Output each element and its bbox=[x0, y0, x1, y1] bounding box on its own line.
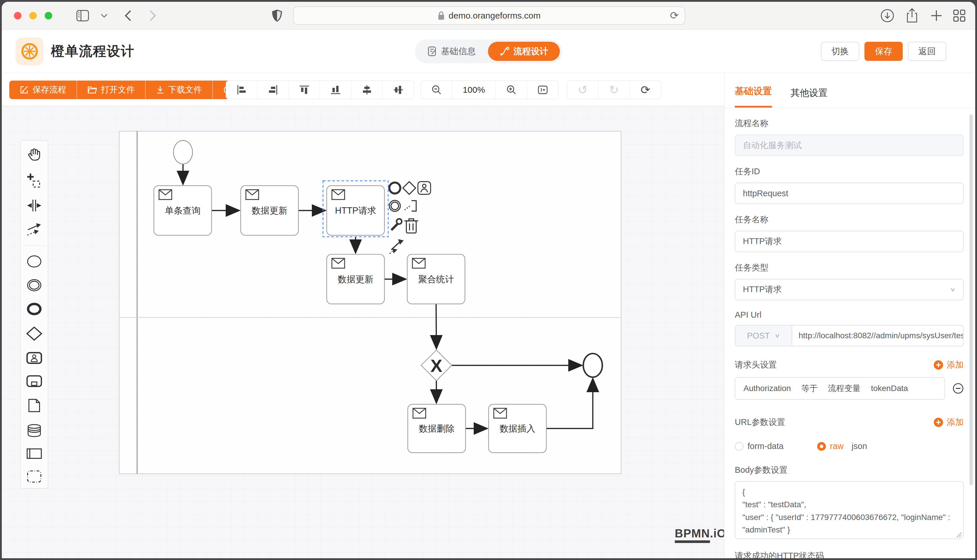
tab-process-design[interactable]: 流程设计 bbox=[488, 42, 560, 61]
share-icon[interactable] bbox=[906, 2, 919, 30]
back-button-app[interactable]: 返回 bbox=[908, 42, 946, 61]
chevron-down-icon[interactable] bbox=[100, 2, 108, 30]
folder-icon bbox=[88, 86, 97, 94]
global-connect-tool-icon[interactable] bbox=[27, 223, 42, 236]
panel-scrollbar[interactable] bbox=[969, 114, 973, 485]
create-intermediate-event-icon[interactable] bbox=[27, 279, 42, 292]
task-data-update-1[interactable]: 数据更新 bbox=[241, 186, 299, 235]
task-http-request[interactable]: HTTP请求 bbox=[327, 186, 384, 235]
app-logo bbox=[16, 37, 43, 65]
zoom-in-button[interactable] bbox=[496, 81, 527, 99]
align-bottom-button[interactable] bbox=[320, 81, 351, 99]
back-button[interactable] bbox=[124, 2, 132, 30]
space-tool-icon[interactable] bbox=[27, 199, 42, 212]
reset-button[interactable]: ⟳ bbox=[630, 81, 661, 99]
tab-other-settings[interactable]: 其他设置 bbox=[790, 87, 828, 108]
svg-text:数据更新: 数据更新 bbox=[252, 205, 287, 216]
add-url-param-button[interactable]: 添加 bbox=[934, 417, 964, 428]
create-start-event-icon[interactable] bbox=[27, 255, 42, 268]
task-name-input[interactable] bbox=[735, 231, 964, 252]
header-param-box[interactable]: Authorization 等于 流程变量 tokenData bbox=[735, 377, 945, 400]
new-tab-icon[interactable] bbox=[930, 2, 943, 30]
align-center-horizontal-button[interactable] bbox=[351, 81, 382, 99]
task-data-delete[interactable]: 数据删除 bbox=[408, 404, 466, 453]
undo-button[interactable]: ↺ bbox=[567, 81, 598, 99]
minimize-window-button[interactable] bbox=[29, 12, 37, 19]
add-header-button[interactable]: 添加 bbox=[934, 359, 964, 371]
page-title: 橙单流程设计 bbox=[51, 30, 135, 73]
svg-text:数据插入: 数据插入 bbox=[499, 423, 535, 433]
create-user-task-icon[interactable] bbox=[26, 352, 42, 364]
redo-button[interactable]: ↻ bbox=[598, 81, 630, 99]
create-subprocess-icon[interactable] bbox=[26, 375, 42, 387]
task-data-update-2[interactable]: 数据更新 bbox=[327, 254, 384, 304]
save-button[interactable]: 保存 bbox=[865, 42, 903, 61]
task-type-select[interactable]: HTTP请求 ∨ bbox=[735, 279, 964, 300]
bpmn-io-watermark[interactable]: BPMN.iO bbox=[675, 527, 724, 543]
align-right-button[interactable] bbox=[257, 81, 289, 99]
flow-task5-gateway[interactable] bbox=[436, 304, 436, 348]
bpmn-canvas[interactable]: 单条查询 数据更新 HTTP请求 bbox=[2, 106, 724, 558]
tab-basic-settings[interactable]: 基础设置 bbox=[735, 85, 772, 108]
open-file-button[interactable]: 打开文件 bbox=[77, 81, 145, 99]
process-name-input[interactable] bbox=[735, 135, 964, 156]
save-flow-button[interactable]: 保存流程 bbox=[9, 81, 77, 99]
tab-overview-icon[interactable] bbox=[953, 2, 966, 30]
radio-form-data[interactable] bbox=[735, 442, 743, 451]
task-data-insert[interactable]: 数据插入 bbox=[489, 404, 546, 453]
create-group-icon[interactable] bbox=[27, 470, 42, 483]
task-type-value: HTTP请求 bbox=[743, 284, 782, 295]
hand-tool-icon[interactable] bbox=[27, 147, 42, 162]
downloads-icon[interactable] bbox=[880, 2, 895, 30]
end-event[interactable] bbox=[583, 353, 603, 377]
align-top-button[interactable] bbox=[289, 81, 320, 99]
api-url-label: API Url bbox=[735, 310, 964, 320]
create-end-event-icon[interactable] bbox=[27, 303, 42, 315]
task-name-label: 任务名称 bbox=[735, 214, 964, 225]
download-file-button[interactable]: 下载文件 bbox=[145, 81, 213, 99]
switch-button[interactable]: 切换 bbox=[821, 42, 859, 61]
svg-text:BPMN.iO: BPMN.iO bbox=[675, 527, 724, 540]
align-left-button[interactable] bbox=[226, 81, 257, 99]
file-actions-group: 保存流程 打开文件 下载文件 bbox=[9, 81, 264, 99]
url-bar[interactable]: demo.orangeforms.com ⟳ bbox=[293, 7, 685, 25]
url-params-label: URL参数设置 bbox=[735, 417, 785, 428]
close-window-button[interactable] bbox=[14, 12, 22, 19]
task-id-input[interactable] bbox=[735, 183, 964, 204]
reload-icon[interactable]: ⟳ bbox=[670, 10, 679, 21]
create-participant-icon[interactable] bbox=[26, 448, 42, 459]
forward-button[interactable] bbox=[149, 2, 157, 30]
raw-format-value[interactable]: json bbox=[852, 442, 867, 451]
align-center-vertical-button[interactable] bbox=[382, 81, 414, 99]
task-single-query[interactable]: 单条查询 bbox=[154, 186, 212, 235]
create-data-store-icon[interactable] bbox=[27, 424, 42, 437]
maximize-window-button[interactable] bbox=[45, 12, 52, 19]
start-event[interactable] bbox=[174, 140, 193, 164]
body-params-label: Body参数设置 bbox=[735, 464, 964, 476]
remove-header-button[interactable] bbox=[953, 383, 964, 394]
http-method-select[interactable]: POST ∨ bbox=[735, 325, 792, 346]
api-url-input[interactable]: http://localhost:8082//admin/upms/sysUse… bbox=[792, 325, 963, 346]
lasso-tool-icon[interactable] bbox=[27, 173, 42, 188]
svg-text:聚合统计: 聚合统计 bbox=[418, 274, 454, 284]
task-aggregate-stats[interactable]: 聚合统计 bbox=[407, 254, 465, 304]
task-type-label: 任务类型 bbox=[735, 262, 964, 273]
radio-raw[interactable] bbox=[817, 442, 826, 451]
app-header: 橙单流程设计 基础信息 流程设计 切换 保存 返回 bbox=[2, 30, 975, 73]
palette-divider bbox=[23, 245, 45, 246]
tab-basic-info-label: 基础信息 bbox=[441, 45, 476, 57]
api-url-group: POST ∨ http://localhost:8082//admin/upms… bbox=[735, 325, 964, 347]
shield-icon[interactable] bbox=[272, 2, 282, 30]
svg-text:X: X bbox=[431, 356, 443, 376]
body-params-textarea[interactable]: { "test" : "testData", "user" : { "userI… bbox=[735, 481, 964, 539]
fit-viewport-button[interactable] bbox=[527, 81, 558, 99]
zoom-out-button[interactable] bbox=[421, 81, 452, 99]
plus-circle-icon bbox=[934, 417, 944, 427]
radio-raw-label: raw bbox=[830, 442, 843, 451]
create-gateway-icon[interactable] bbox=[26, 327, 42, 341]
tab-basic-info[interactable]: 基础信息 bbox=[415, 45, 486, 57]
header-key: Authorization bbox=[743, 384, 791, 393]
align-tools-group bbox=[226, 81, 414, 99]
sidebar-icon[interactable] bbox=[76, 2, 89, 30]
create-data-object-icon[interactable] bbox=[28, 398, 41, 413]
